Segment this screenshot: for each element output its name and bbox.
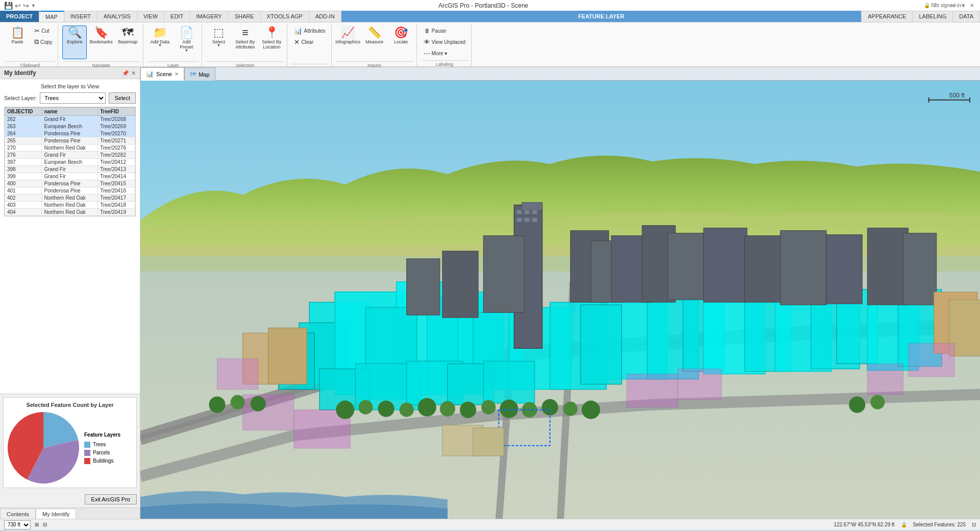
attributes-table[interactable]: OBJECTID name TreeFID 262 Grand Fir Tree… — [4, 107, 136, 216]
selected-features-count: Selected Features: 225 — [913, 522, 966, 527]
tab-share[interactable]: SHARE — [229, 11, 261, 22]
basemap-button[interactable]: 🗺 Basemap — [115, 26, 140, 59]
table-row[interactable]: 397 European Beech Tree/20412 — [5, 159, 135, 166]
add-data-button[interactable]: 📁 Add Data ▼ — [148, 26, 172, 59]
tab-my-identify[interactable]: My Identify — [36, 509, 76, 519]
table-row[interactable]: 270 Northern Red Oak Tree/20276 — [5, 144, 135, 152]
table-row[interactable]: 403 Northern Red Oak Tree/20418 — [5, 202, 135, 209]
add-preset-icon: 📄 — [180, 27, 193, 38]
close-icon[interactable]: ✕ — [968, 2, 976, 10]
table-row[interactable]: 399 Grand Fir Tree/20414 — [5, 173, 135, 180]
scale-select[interactable]: 730 ft 1 mi 5 mi — [4, 520, 31, 529]
pin-icon[interactable]: 📌 — [122, 70, 129, 77]
map-tab-scene[interactable]: 📊 Scene ✕ — [140, 67, 184, 81]
chart-panel: Selected Feature Count by Layer Feature … — [3, 397, 137, 488]
attributes-label: Attributes — [304, 28, 325, 34]
tab-view[interactable]: VIEW — [137, 11, 164, 22]
map-canvas[interactable]: 500 ft — [140, 81, 980, 519]
exit-arcgis-button[interactable]: Exit ArcGIS Pro — [85, 494, 137, 504]
bookmarks-icon: 🔖 — [94, 27, 108, 38]
scene-tab-close[interactable]: ✕ — [175, 71, 179, 77]
paste-button[interactable]: 📋 Paste — [5, 26, 30, 59]
select-by-loc-button[interactable]: 📍 Select ByLocation — [259, 26, 284, 59]
copy-button[interactable]: ⧉ Copy — [32, 37, 55, 47]
infographics-button[interactable]: 📈 Infographics — [336, 26, 360, 59]
tab-feature-layer[interactable]: FEATURE LAYER — [341, 11, 862, 22]
table-row[interactable]: 263 European Beech Tree/20269 — [5, 123, 135, 130]
legend-item-buildings: Buildings — [84, 458, 120, 464]
measure-button[interactable]: 📏 Measure — [362, 26, 387, 59]
select-layer-button[interactable]: Select — [109, 92, 136, 104]
redo-icon[interactable]: ↪ — [23, 2, 29, 10]
map-controls-icon[interactable]: ⊟ — [43, 522, 47, 527]
tab-insert[interactable]: INSERT — [64, 11, 97, 22]
explore-button[interactable]: 🔍 Explore — [62, 26, 87, 59]
bookmarks-button[interactable]: 🔖 Bookmarks — [89, 26, 113, 59]
clear-icon: ✕ — [294, 38, 300, 46]
tab-analysis[interactable]: ANALYSIS — [97, 11, 137, 22]
view-unplaced-button[interactable]: 👁 View Unplaced — [421, 37, 469, 47]
svg-point-67 — [418, 398, 436, 417]
feature-attr-label — [291, 64, 328, 66]
table-body: 262 Grand Fir Tree/20268 263 European Be… — [5, 116, 135, 216]
infographics-icon: 📈 — [341, 27, 355, 38]
maximize-icon[interactable]: □ — [959, 2, 967, 10]
pause-button[interactable]: ⏸ Pause — [421, 26, 469, 36]
add-preset-button[interactable]: 📄 Add Preset ▼ — [174, 26, 199, 59]
table-row[interactable]: 401 Ponderosa Pine Tree/20416 — [5, 187, 135, 195]
map-scale-icon[interactable]: ⊞ — [35, 522, 39, 527]
locate-button[interactable]: 🎯 Locate — [389, 26, 413, 59]
expand-icon[interactable]: ⊡ — [972, 522, 976, 527]
quick-access-toolbar[interactable]: 💾 ↩ ↪ ▼ — [4, 2, 36, 10]
tab-xtools[interactable]: XTOOLS AGP — [261, 11, 309, 22]
table-row[interactable]: 265 Ponderosa Pine Tree/20271 — [5, 137, 135, 144]
table-row[interactable]: 400 Ponderosa Pine Tree/20415 — [5, 180, 135, 187]
table-row[interactable]: 404 Northern Red Oak Tree/20419 — [5, 209, 135, 216]
table-row[interactable]: 262 Grand Fir Tree/20268 — [5, 116, 135, 123]
tab-contents[interactable]: Contents — [0, 509, 36, 519]
selected-features-label: 🔒 — [901, 522, 907, 527]
window-controls[interactable]: ? 🔒 Not signed in ▾ — □ ✕ — [931, 2, 976, 10]
svg-point-80 — [870, 395, 885, 409]
undo-icon[interactable]: ↩ — [15, 2, 21, 10]
title-bar: 💾 ↩ ↪ ▼ ArcGIS Pro - Portland3D - Scene … — [0, 0, 980, 11]
clipboard-buttons: 📋 Paste ✂ Cut ⧉ Copy — [5, 25, 55, 60]
signin-label[interactable]: 🔒 Not signed in ▾ — [940, 2, 948, 10]
tab-addin[interactable]: ADD-IN — [309, 11, 341, 22]
clear-button[interactable]: ✕ Clear — [291, 37, 328, 47]
table-row[interactable]: 276 Grand Fir Tree/20282 — [5, 152, 135, 159]
select-by-attr-button[interactable]: ≡ Select ByAttributes — [233, 26, 257, 59]
select-button[interactable]: ⬚ Select ▼ — [206, 26, 231, 59]
labeling-label: Labeling — [421, 60, 469, 68]
locate-label: Locate — [394, 39, 408, 44]
table-row[interactable]: 398 Grand Fir Tree/20413 — [5, 166, 135, 173]
map-tab-map[interactable]: 🗺 Map — [184, 67, 215, 81]
customize-icon[interactable]: ▼ — [31, 3, 36, 8]
layer-dropdown[interactable]: Trees Parcels Buildings — [40, 92, 106, 104]
table-row[interactable]: 402 Northern Red Oak Tree/20417 — [5, 195, 135, 202]
svg-rect-46 — [703, 228, 747, 302]
tab-map[interactable]: MAP — [39, 11, 64, 22]
close-panel-icon[interactable]: ✕ — [131, 70, 136, 77]
save-icon[interactable]: 💾 — [4, 2, 13, 10]
more-button[interactable]: ⋯ More ▾ — [421, 48, 469, 58]
svg-point-71 — [500, 400, 518, 418]
basemap-icon: 🗺 — [122, 27, 133, 38]
tab-imagery[interactable]: IMAGERY — [190, 11, 229, 22]
identify-controls[interactable]: 📌 ✕ — [122, 70, 136, 77]
tab-data[interactable]: DATA — [953, 11, 980, 22]
svg-rect-87 — [473, 428, 504, 456]
tab-labeling[interactable]: LABELING — [913, 11, 953, 22]
tab-project[interactable]: PROJECT — [0, 11, 39, 22]
svg-rect-61 — [627, 374, 678, 407]
tab-edit[interactable]: EDIT — [164, 11, 190, 22]
layer-buttons: 📁 Add Data ▼ 📄 Add Preset ▼ — [148, 25, 199, 60]
view-unplaced-icon: 👁 — [424, 38, 430, 46]
cell-treefid: Tree/20415 — [98, 180, 135, 187]
minimize-icon[interactable]: — — [949, 2, 958, 10]
bookmarks-label: Bookmarks — [90, 39, 113, 44]
cut-button[interactable]: ✂ Cut — [32, 26, 55, 36]
table-row[interactable]: 264 Ponderosa Pine Tree/20270 — [5, 130, 135, 137]
attributes-button[interactable]: 📊 Attributes — [291, 26, 328, 36]
tab-appearance[interactable]: APPEARANCE — [862, 11, 913, 22]
